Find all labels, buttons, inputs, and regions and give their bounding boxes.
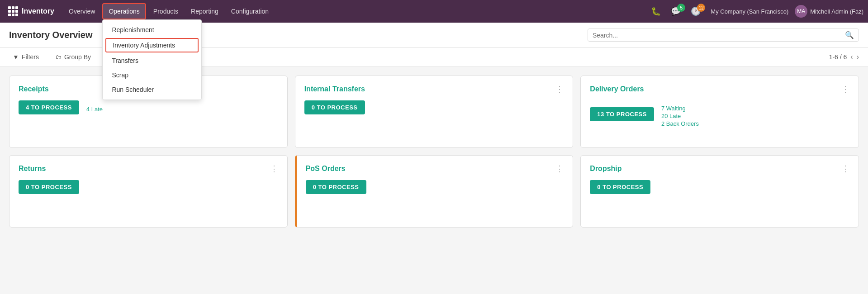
card-menu-internal-transfers[interactable]: ⋮ bbox=[555, 85, 564, 93]
card-action-row-dropship: 0 TO PROCESS bbox=[590, 180, 849, 194]
nav-products[interactable]: Products bbox=[148, 4, 184, 19]
card-menu-returns[interactable]: ⋮ bbox=[270, 165, 278, 173]
card-info-delivery-orders: 7 Waiting20 Late2 Back Orders bbox=[661, 105, 699, 128]
group-by-button[interactable]: 🗂 Group By bbox=[52, 52, 95, 62]
card-info-item: 7 Waiting bbox=[661, 105, 699, 112]
process-btn-pos-orders[interactable]: 0 TO PROCESS bbox=[306, 180, 366, 194]
dropdown-scrap[interactable]: Scrap bbox=[103, 68, 201, 82]
navbar: Inventory Overview Operations Replenishm… bbox=[0, 0, 868, 23]
card-info-item: 2 Back Orders bbox=[661, 120, 699, 127]
card-info-receipts: 4 Late bbox=[86, 106, 103, 114]
card-internal-transfers: Internal Transfers⋮0 TO PROCESS bbox=[295, 76, 574, 148]
process-btn-delivery-orders[interactable]: 13 TO PROCESS bbox=[590, 107, 654, 121]
filters-label: Filters bbox=[22, 53, 39, 61]
card-pos-orders: PoS Orders⋮0 TO PROCESS bbox=[295, 155, 574, 228]
pagination-count: 1-6 / 6 bbox=[829, 53, 847, 61]
prev-page-button[interactable]: ‹ bbox=[850, 53, 853, 61]
page-title: Inventory Overview bbox=[9, 30, 93, 40]
search-input[interactable] bbox=[593, 32, 845, 39]
process-btn-internal-transfers[interactable]: 0 TO PROCESS bbox=[304, 100, 365, 114]
search-icon[interactable]: 🔍 bbox=[845, 31, 854, 39]
card-title-receipts: Receipts bbox=[19, 85, 49, 93]
user-profile[interactable]: MA Mitchell Admin (Faz) bbox=[795, 5, 863, 18]
group-by-label: Group By bbox=[64, 53, 91, 61]
pagination: 1-6 / 6 ‹ › bbox=[829, 53, 859, 61]
card-menu-delivery-orders[interactable]: ⋮ bbox=[841, 85, 849, 93]
card-header-pos-orders: PoS Orders⋮ bbox=[306, 165, 564, 180]
card-title-internal-transfers: Internal Transfers bbox=[304, 85, 365, 93]
card-action-row-pos-orders: 0 TO PROCESS bbox=[306, 180, 564, 194]
card-action-row-receipts: 4 TO PROCESS4 Late bbox=[19, 100, 278, 114]
dropdown-replenishment[interactable]: Replenishment bbox=[103, 23, 201, 37]
card-action-row-internal-transfers: 0 TO PROCESS bbox=[304, 100, 564, 114]
nav-reporting[interactable]: Reporting bbox=[185, 4, 224, 19]
card-returns: Returns⋮0 TO PROCESS bbox=[9, 155, 288, 228]
activity-badge: 12 bbox=[697, 4, 705, 12]
card-info-item: 4 Late bbox=[86, 106, 103, 113]
bug-icon-btn[interactable]: 🐛 bbox=[647, 5, 664, 18]
card-title-pos-orders: PoS Orders bbox=[306, 165, 346, 173]
card-action-row-returns: 0 TO PROCESS bbox=[19, 180, 278, 194]
company-name[interactable]: My Company (San Francisco) bbox=[707, 8, 792, 15]
app-brand[interactable]: Inventory bbox=[5, 6, 58, 16]
dropdown-transfers[interactable]: Transfers bbox=[103, 53, 201, 68]
process-btn-returns[interactable]: 0 TO PROCESS bbox=[19, 180, 79, 194]
user-name-label: Mitchell Admin (Faz) bbox=[810, 8, 863, 15]
card-title-returns: Returns bbox=[19, 165, 46, 173]
filter-icon: ▼ bbox=[13, 53, 19, 61]
card-header-delivery-orders: Delivery Orders⋮ bbox=[590, 85, 849, 100]
dropdown-inventory-adjustments[interactable]: Inventory Adjustments bbox=[105, 38, 199, 52]
chat-icon-btn[interactable]: 💬 5 bbox=[667, 5, 684, 18]
next-page-button[interactable]: › bbox=[857, 53, 859, 61]
nav-configuration[interactable]: Configuration bbox=[226, 4, 274, 19]
filters-button[interactable]: ▼ Filters bbox=[9, 52, 43, 62]
card-header-dropship: Dropship⋮ bbox=[590, 165, 849, 180]
card-menu-pos-orders[interactable]: ⋮ bbox=[555, 165, 564, 173]
nav-overview[interactable]: Overview bbox=[63, 4, 100, 19]
dropdown-run-scheduler[interactable]: Run Scheduler bbox=[103, 82, 201, 97]
nav-operations[interactable]: Operations bbox=[102, 3, 146, 19]
card-header-returns: Returns⋮ bbox=[19, 165, 278, 180]
nav-operations-container: Operations Replenishment Inventory Adjus… bbox=[102, 3, 146, 19]
main-content: Receipts4 TO PROCESS4 LateInternal Trans… bbox=[0, 66, 868, 293]
card-action-row-delivery-orders: 13 TO PROCESS7 Waiting20 Late2 Back Orde… bbox=[590, 100, 849, 128]
card-title-delivery-orders: Delivery Orders bbox=[590, 85, 644, 93]
operations-dropdown: Replenishment Inventory Adjustments Tran… bbox=[102, 19, 202, 100]
card-delivery-orders: Delivery Orders⋮13 TO PROCESS7 Waiting20… bbox=[580, 76, 859, 148]
brand-label: Inventory bbox=[22, 7, 54, 15]
card-title-dropship: Dropship bbox=[590, 165, 621, 173]
process-btn-dropship[interactable]: 0 TO PROCESS bbox=[590, 180, 650, 194]
navbar-right: 🐛 💬 5 🕐 12 My Company (San Francisco) MA… bbox=[647, 5, 863, 18]
card-header-internal-transfers: Internal Transfers⋮ bbox=[304, 85, 564, 100]
layers-icon: 🗂 bbox=[55, 53, 62, 61]
card-menu-dropship[interactable]: ⋮ bbox=[841, 165, 849, 173]
card-info-item: 20 Late bbox=[661, 113, 699, 119]
avatar: MA bbox=[795, 5, 807, 18]
process-btn-receipts[interactable]: 4 TO PROCESS bbox=[19, 100, 79, 114]
card-dropship: Dropship⋮0 TO PROCESS bbox=[580, 155, 859, 228]
chat-badge: 5 bbox=[677, 4, 685, 12]
grid-icon bbox=[8, 6, 18, 16]
activity-icon-btn[interactable]: 🕐 12 bbox=[687, 5, 704, 18]
